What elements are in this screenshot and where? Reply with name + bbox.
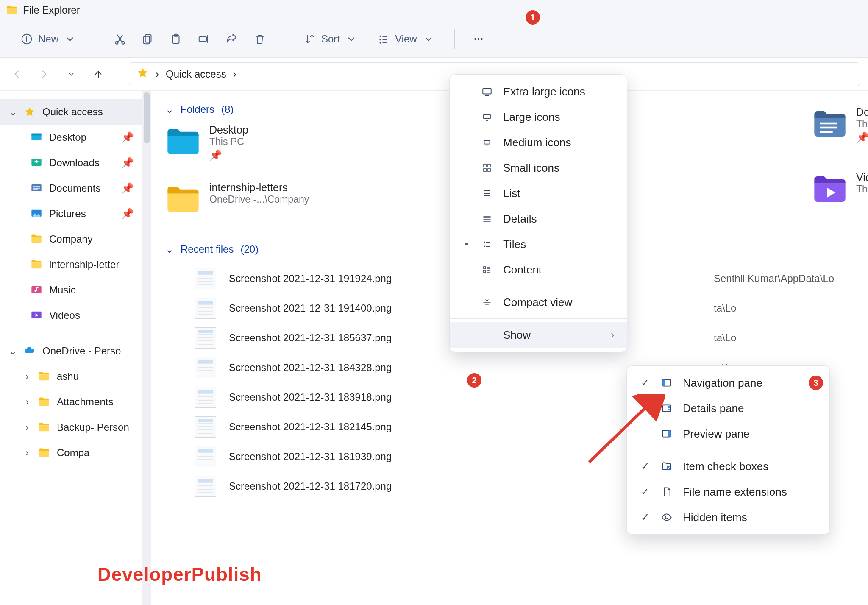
svg-rect-20 xyxy=(31,184,41,191)
menu-show[interactable]: Show› xyxy=(450,322,627,348)
details-icon xyxy=(480,212,494,226)
menu-large-icons[interactable]: Large icons xyxy=(450,104,627,130)
sidebar-item-compa[interactable]: › Compa xyxy=(0,440,142,466)
recent-count: (20) xyxy=(240,243,259,255)
chevron-right-icon: › xyxy=(23,371,31,382)
delete-button[interactable] xyxy=(248,27,272,51)
svg-point-10 xyxy=(380,39,381,40)
sort-button[interactable]: Sort xyxy=(296,27,365,51)
menu-navigation-pane[interactable]: ✓Navigation pane xyxy=(627,370,829,396)
sidebar-item-documents[interactable]: Documents 📌 xyxy=(0,176,142,201)
window-titlebar: File Explorer xyxy=(0,0,868,20)
file-thumb-icon xyxy=(195,298,216,319)
sidebar-item-desktop[interactable]: Desktop 📌 xyxy=(0,125,142,150)
folder-tile-desktop[interactable]: Desktop This PC 📌 xyxy=(165,124,369,164)
navigation-pane[interactable]: ⌄ Quick access Desktop 📌 Downloads 📌 Doc… xyxy=(0,91,142,605)
documents-folder-icon xyxy=(812,106,848,142)
svg-rect-34 xyxy=(484,164,486,167)
toolbar-divider xyxy=(284,29,284,49)
sidebar-item-label: Music xyxy=(49,284,134,296)
folder-icon xyxy=(37,395,51,409)
sidebar-quick-access[interactable]: ⌄ Quick access xyxy=(0,99,142,125)
folder-icon xyxy=(165,181,201,217)
svg-rect-28 xyxy=(820,123,837,125)
sidebar-item-backup[interactable]: › Backup- Person xyxy=(0,415,142,440)
check-icon: ✓ xyxy=(640,486,651,498)
menu-extra-large-icons[interactable]: Extra large icons xyxy=(450,79,627,104)
sidebar-onedrive[interactable]: ⌄ OneDrive - Perso xyxy=(0,338,142,364)
menu-label: Details pane xyxy=(683,402,817,415)
sidebar-item-pictures[interactable]: Pictures 📌 xyxy=(0,201,142,226)
chevron-down-icon: ⌄ xyxy=(8,106,17,118)
paste-button[interactable] xyxy=(164,27,188,51)
breadcrumb-location[interactable]: Quick access xyxy=(166,68,226,80)
sidebar-item-label: Documents xyxy=(49,182,115,194)
sidebar-item-music[interactable]: Music xyxy=(0,277,142,303)
share-button[interactable] xyxy=(220,27,244,51)
list-icon xyxy=(480,187,494,200)
menu-medium-icons[interactable]: Medium icons xyxy=(450,130,627,155)
command-bar: New Sort View xyxy=(0,20,868,58)
menu-label: Hidden items xyxy=(683,511,817,524)
bullet-icon: • xyxy=(462,238,471,250)
up-button[interactable] xyxy=(89,65,108,84)
check-icon: ✓ xyxy=(640,377,651,389)
folder-sub: This PC xyxy=(856,118,868,130)
menu-details[interactable]: Details xyxy=(450,206,627,231)
svg-rect-21 xyxy=(33,186,40,187)
folder-icon xyxy=(30,258,43,271)
svg-rect-9 xyxy=(383,36,387,37)
sidebar-item-attachments[interactable]: › Attachments xyxy=(0,389,142,415)
chevron-down-icon: ⌄ xyxy=(165,243,174,255)
svg-point-38 xyxy=(484,241,485,243)
sort-label: Sort xyxy=(321,33,340,45)
menu-label: Show xyxy=(503,329,601,342)
sidebar-item-label: Videos xyxy=(49,309,134,321)
menu-content[interactable]: Content xyxy=(450,257,627,282)
folder-tile-internship[interactable]: internship-letters OneDrive -...\Company xyxy=(165,181,369,222)
sidebar-item-internship[interactable]: internship-letter xyxy=(0,252,142,277)
menu-small-icons[interactable]: Small icons xyxy=(450,155,627,181)
sidebar-item-videos[interactable]: Videos xyxy=(0,303,142,328)
sidebar-item-downloads[interactable]: Downloads 📌 xyxy=(0,150,142,176)
sidebar-item-label: internship-letter xyxy=(49,259,134,270)
sidebar-item-ashu[interactable]: › ashu xyxy=(0,364,142,389)
sidebar-item-label: Desktop xyxy=(49,131,115,143)
more-button[interactable] xyxy=(467,27,490,51)
watermark-text: DeveloperPublish xyxy=(97,564,262,585)
sidebar-item-label: Quick access xyxy=(42,106,134,118)
file-path: ta\Lo xyxy=(714,332,854,344)
sidebar-item-company[interactable]: Company xyxy=(0,226,142,252)
menu-tiles[interactable]: •Tiles xyxy=(450,231,627,257)
copy-button[interactable] xyxy=(136,27,160,51)
menu-file-extensions[interactable]: ✓File name extensions xyxy=(627,479,829,505)
svg-rect-30 xyxy=(820,131,833,133)
forward-button[interactable] xyxy=(35,65,53,84)
window-title: File Explorer xyxy=(23,4,80,16)
menu-hidden-items[interactable]: ✓Hidden items xyxy=(627,505,829,530)
sidebar-item-label: OneDrive - Perso xyxy=(42,345,134,357)
folder-tile-videos[interactable]: Videos This PC xyxy=(812,171,868,212)
file-path: ta\Lo xyxy=(714,302,854,314)
svg-rect-11 xyxy=(383,39,387,40)
file-thumb-icon xyxy=(195,446,216,467)
svg-point-14 xyxy=(474,38,476,40)
menu-list[interactable]: List xyxy=(450,181,627,206)
rename-button[interactable] xyxy=(192,27,216,51)
sidebar-item-label: Backup- Person xyxy=(57,421,134,433)
view-menu: Extra large icons Large icons Medium ico… xyxy=(449,74,627,352)
menu-label: Content xyxy=(503,263,614,276)
file-path: Senthil Kumar\AppData\Lo xyxy=(714,273,854,284)
cut-button[interactable] xyxy=(108,27,132,51)
breadcrumb-sep: › xyxy=(156,68,159,80)
svg-rect-4 xyxy=(144,36,150,44)
sidebar-scrollbar[interactable] xyxy=(142,91,151,605)
recent-dropdown[interactable] xyxy=(62,65,81,84)
onedrive-icon xyxy=(23,344,36,358)
folder-tile-documents[interactable]: Documents This PC 📌 xyxy=(812,106,868,147)
menu-compact-view[interactable]: Compact view xyxy=(450,290,627,315)
new-button[interactable]: New xyxy=(13,27,84,51)
back-button[interactable] xyxy=(8,65,26,84)
view-button[interactable]: View xyxy=(370,27,442,51)
desktop-folder-icon xyxy=(165,124,201,159)
